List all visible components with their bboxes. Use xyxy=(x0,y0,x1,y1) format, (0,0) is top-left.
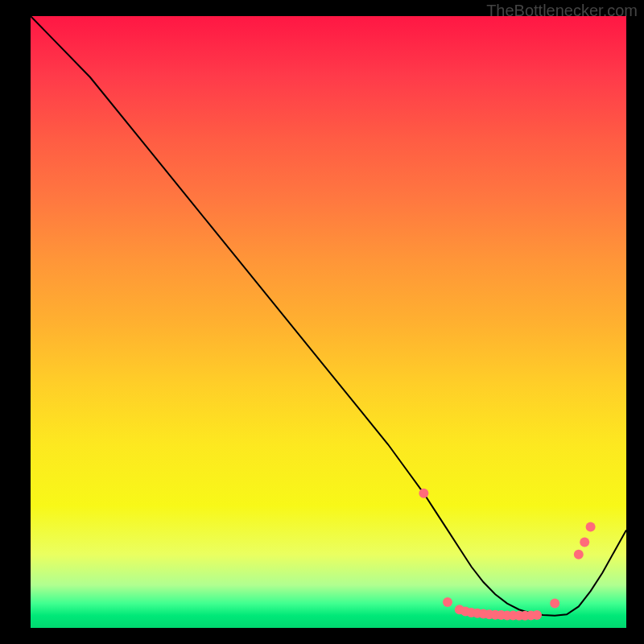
curve-line xyxy=(31,16,626,616)
data-marker xyxy=(532,610,542,620)
data-marker xyxy=(443,597,452,607)
data-marker xyxy=(586,522,596,532)
data-marker xyxy=(580,538,589,547)
chart-area xyxy=(31,16,626,628)
markers-group xyxy=(419,489,595,621)
data-marker xyxy=(419,489,428,498)
watermark-text: TheBottlenecker.com xyxy=(486,2,638,20)
data-marker xyxy=(550,599,559,609)
data-marker xyxy=(574,550,584,559)
chart-svg xyxy=(31,16,626,628)
